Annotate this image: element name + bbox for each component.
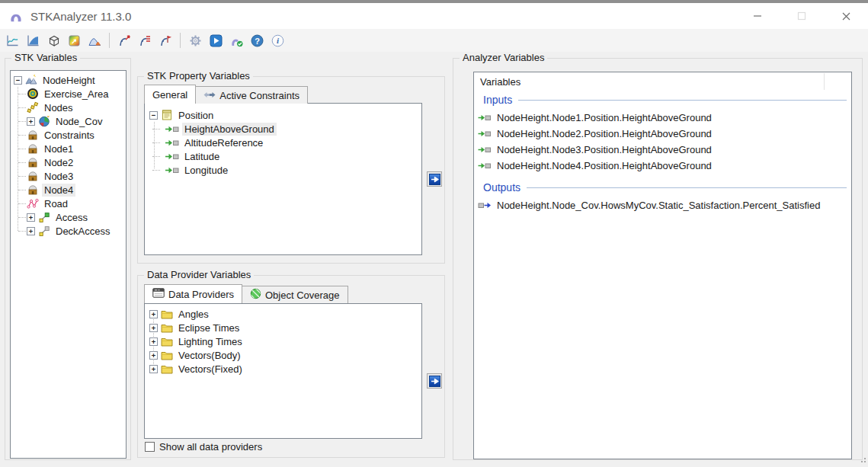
stk-property-variables-groupbox: STK Property Variables General Active Co… [137,76,445,264]
add-property-variable-button[interactable] [427,171,442,187]
trade-study-flag-icon[interactable] [156,31,175,50]
toolbar: ? i [0,29,868,52]
settings-gear-icon[interactable] [186,31,204,50]
tree-item-vectors-body[interactable]: Vectors(Body) [145,348,421,362]
facility-icon [27,156,39,168]
close-button[interactable] [824,3,868,29]
facility-icon [27,129,39,141]
tree-item-latitude[interactable]: Latitude [145,149,421,163]
property-variables-tree: Position HeightAboveGround AltitudeRefer… [144,103,422,255]
show-all-data-providers-checkbox[interactable]: Show all data providers [145,441,262,453]
run-play-icon[interactable] [207,31,225,50]
stk-variables-title: STK Variables [11,52,80,63]
facility-icon [27,142,39,155]
minimize-button[interactable] [735,3,780,29]
tree-item-node2[interactable]: Node2 [11,155,126,169]
folder-icon [161,309,173,319]
stk-variables-tree: NodeHeight Exercise_Area Nodes [10,70,127,459]
tree-item-lighting-times[interactable]: Lighting Times [145,334,421,348]
arrow-right-icon [429,376,440,387]
checkbox-icon[interactable] [145,442,155,452]
expand-expander-icon[interactable] [149,365,158,373]
tree-item-node1[interactable]: Node1 [11,142,126,155]
tab-active-constraints[interactable]: Active Constraints [195,86,308,104]
window-title: STKAnalyzer 11.3.0 [30,10,131,23]
property-variable-icon [165,125,179,133]
trade-study-list-icon[interactable] [136,31,154,50]
tree-item-eclipse-times[interactable]: Eclipse Times [145,321,421,334]
expand-expander-icon[interactable] [149,310,158,318]
output-variable-icon [478,201,492,210]
about-info-icon[interactable]: i [268,31,287,50]
expand-expander-icon[interactable] [27,213,35,222]
tree-item-angles[interactable]: Angles [145,307,421,321]
tree-item-node4[interactable]: Node4 [11,183,126,197]
facility-icon [27,184,39,196]
2d-line-chart-icon[interactable] [3,31,21,50]
minimize-icon [753,11,762,21]
area-target-icon [27,88,39,100]
input-variable-row[interactable]: NodeHeight.Node3.Position.HeightAboveGro… [474,142,851,158]
stk-status-check-icon[interactable] [227,31,245,50]
tree-item-heightaboveground[interactable]: HeightAboveGround [145,122,421,136]
tree-item-altitudereference[interactable]: AltitudeReference [145,136,421,149]
output-variable-row[interactable]: NodeHeight.Node_Cov.HowsMyCov.Static_Sat… [474,197,851,213]
titlebar: STKAnalyzer 11.3.0 [0,3,868,29]
maximize-button[interactable] [780,3,824,29]
app-logo-icon [8,7,24,26]
tree-item-node-cov[interactable]: Node_Cov [11,114,126,128]
outputs-section-header: Outputs [474,181,851,194]
tree-item-vectors-fixed[interactable]: Vectors(Fixed) [145,362,421,376]
3d-view-icon[interactable] [44,31,62,50]
tree-item-road[interactable]: Road [11,197,126,210]
deck-access-link-icon [38,225,50,237]
expand-expander-icon[interactable] [27,227,35,235]
toolbar-separator [180,33,181,48]
variables-column-header[interactable]: Variables [474,72,851,91]
tree-item-access[interactable]: Access [11,210,126,224]
tree-item-longitude[interactable]: Longitude [145,163,421,177]
tree-item-node3[interactable]: Node3 [11,169,126,183]
scenario-icon [25,74,37,86]
tree-item-deckaccess[interactable]: DeckAccess [11,224,126,238]
stk-variables-groupbox: STK Variables NodeHeight Exercise_Area [5,58,131,460]
area-chart-icon[interactable] [24,31,42,50]
tab-data-providers[interactable]: Data Providers [144,284,242,303]
tree-item-nodeheight[interactable]: NodeHeight [11,73,126,87]
add-data-provider-variable-button[interactable] [427,373,442,389]
window-controls [735,3,868,29]
property-variable-icon [165,139,179,147]
histogram-icon[interactable] [85,31,104,50]
tab-general[interactable]: General [144,85,196,104]
collapse-expander-icon[interactable] [149,111,158,120]
input-variable-row[interactable]: NodeHeight.Node2.Position.HeightAboveGro… [474,126,851,142]
column-divider[interactable] [824,73,825,90]
input-variable-icon [478,162,492,170]
data-provider-variables-groupbox: Data Provider Variables Data Providers O… [137,275,445,458]
data-provider-variables-title: Data Provider Variables [144,269,254,280]
coverage-globe-icon [38,115,50,127]
folder-icon [161,350,173,360]
expand-expander-icon[interactable] [27,117,35,126]
carpet-plot-icon[interactable] [65,31,83,50]
input-variable-row[interactable]: NodeHeight.Node1.Position.HeightAboveGro… [474,110,851,126]
help-icon[interactable]: ? [248,31,266,50]
folder-icon [161,337,173,347]
input-variable-row[interactable]: NodeHeight.Node4.Position.HeightAboveGro… [474,158,851,174]
tree-item-position[interactable]: Position [145,108,421,122]
trade-study-arrow-icon[interactable] [115,31,133,50]
tree-item-exercise-area[interactable]: Exercise_Area [11,87,126,101]
tree-item-nodes[interactable]: Nodes [11,101,126,114]
analyzer-variables-list: Variables Inputs NodeHeight.Node1.Positi… [473,72,852,459]
stk-property-variables-title: STK Property Variables [144,70,253,82]
show-all-data-providers-label: Show all data providers [159,441,262,453]
expand-expander-icon[interactable] [149,324,158,332]
collapse-expander-icon[interactable] [14,76,22,85]
tree-item-constraints[interactable]: Constraints [11,128,126,142]
expand-expander-icon[interactable] [149,337,158,346]
expand-expander-icon[interactable] [149,351,158,360]
tab-object-coverage[interactable]: Object Coverage [242,286,348,303]
resize-grip[interactable] [859,454,866,465]
input-variable-icon [478,114,492,122]
inputs-rule [518,100,847,101]
